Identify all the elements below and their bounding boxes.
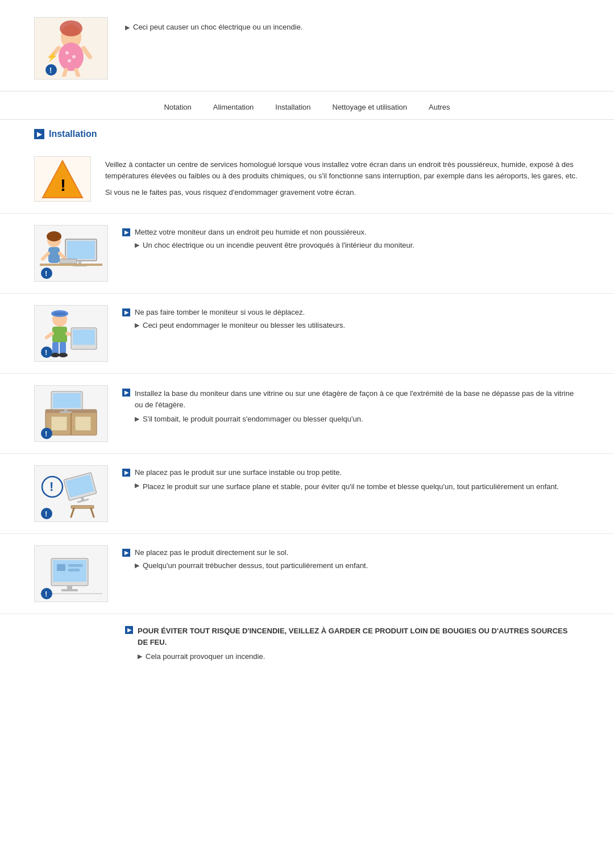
svg-point-4 — [72, 55, 76, 59]
svg-line-9 — [76, 70, 78, 77]
svg-line-8 — [64, 70, 66, 77]
top-text: Ceci peut causer un choc électrique ou u… — [133, 23, 302, 31]
row5-bullet: ▶ Ne placez pas le produit sur une surfa… — [122, 468, 580, 477]
svg-text:!: ! — [49, 66, 52, 74]
row2-main: Mettez votre moniteur dans un endroit pe… — [135, 228, 367, 236]
svg-rect-24 — [60, 259, 77, 264]
svg-rect-46 — [75, 416, 91, 431]
row5-bullet-icon: ▶ — [122, 469, 130, 477]
svg-rect-50 — [60, 411, 72, 413]
svg-point-1 — [60, 20, 82, 36]
svg-rect-21 — [48, 247, 60, 263]
row1-main: Veillez à contacter un centre de service… — [105, 159, 580, 181]
tab-alimentation[interactable]: Alimentation — [211, 102, 256, 112]
row4-bullet-icon: ▶ — [122, 389, 130, 397]
svg-rect-45 — [51, 416, 67, 431]
row1-sub: Si vous ne le faites pas, vous risquez d… — [105, 187, 580, 198]
content-row-6: ! ▶ Ne placez pas le produit directement… — [0, 534, 614, 614]
row5-main: Ne placez pas le produit sur une surface… — [135, 468, 342, 477]
svg-text:!: ! — [60, 176, 66, 194]
svg-rect-68 — [68, 569, 80, 571]
tab-nettoyage[interactable]: Nettoyage et utilisation — [330, 102, 410, 112]
svg-rect-70 — [61, 589, 78, 591]
nav-tabs: Notation Alimentation Installation Netto… — [0, 91, 614, 120]
row3-image: ! — [34, 305, 108, 362]
content-row-2: ! ▶ Mettez votre moniteur dans un endroi… — [0, 214, 614, 294]
svg-rect-36 — [52, 342, 59, 354]
svg-text:!: ! — [45, 590, 47, 598]
row1-image: ! — [34, 156, 91, 202]
svg-line-60 — [71, 508, 74, 517]
tab-notation[interactable]: Notation — [161, 102, 193, 112]
row6-main: Ne placez pas le produit directement sur… — [135, 548, 288, 557]
svg-line-23 — [60, 253, 65, 259]
row2-content: ▶ Mettez votre moniteur dans un endroit … — [122, 225, 580, 249]
row2-bullet: ▶ Mettez votre moniteur dans un endroit … — [122, 228, 580, 236]
sub-arrow-3: ▶ — [135, 322, 139, 329]
content-row-5: ! ! ▶ Ne placez pas le produit sur une s… — [0, 454, 614, 534]
row6-bullet: ▶ Ne placez pas le produit directement s… — [122, 548, 580, 557]
row3-sub-text: Ceci peut endommager le moniteur ou bles… — [143, 321, 345, 329]
content-row-4: ! ▶ Installez la base du moniteur dans u… — [0, 374, 614, 454]
svg-rect-66 — [57, 564, 65, 571]
row2-sub-text: Un choc électrique ou un incendie peuven… — [143, 241, 414, 249]
arrow-icon: ▶ — [125, 24, 130, 31]
svg-line-32 — [47, 333, 52, 337]
row1-content: Veillez à contacter un centre de service… — [105, 156, 580, 198]
svg-rect-16 — [67, 241, 95, 259]
svg-point-39 — [59, 353, 68, 357]
sub-arrow-6: ▶ — [135, 562, 139, 569]
row2-bullet-icon: ▶ — [122, 228, 130, 236]
section-icon: ▶ — [34, 129, 44, 139]
top-image: ⚡ ! — [34, 17, 108, 80]
row5-content: ▶ Ne placez pas le produit sur une surfa… — [122, 465, 580, 493]
top-bullet: ▶ Ceci peut causer un choc électrique ou… — [125, 23, 302, 31]
row6-image: ! — [34, 545, 108, 602]
row4-image: ! — [34, 385, 108, 442]
section-title: Installation — [49, 129, 97, 139]
content-row-1: ! Veillez à contacter un centre de servi… — [0, 145, 614, 214]
svg-point-20 — [47, 231, 61, 241]
row5-image: ! ! — [34, 465, 108, 522]
row6-sub-text: Quelqu'un pourrait trébucher dessus, tou… — [143, 561, 368, 570]
row6-content: ▶ Ne placez pas le produit directement s… — [122, 545, 580, 570]
row3-bullet: ▶ Ne pas faire tomber le moniteur si vou… — [122, 308, 580, 316]
svg-rect-35 — [73, 329, 95, 345]
row4-main: Installez la base du moniteur dans une v… — [135, 388, 580, 410]
svg-rect-37 — [60, 342, 66, 354]
sub-arrow-5: ▶ — [135, 482, 139, 489]
svg-text:!: ! — [49, 479, 53, 494]
row3-content: ▶ Ne pas faire tomber le moniteur si vou… — [122, 305, 580, 329]
svg-text:!: ! — [45, 510, 47, 518]
last-sub-text: Cela pourrait provoquer un incendie. — [146, 652, 265, 661]
svg-text:!: ! — [45, 269, 47, 278]
tab-installation[interactable]: Installation — [273, 102, 313, 112]
sub-arrow-2: ▶ — [135, 241, 139, 249]
row6-bullet-icon: ▶ — [122, 549, 130, 557]
svg-line-22 — [43, 253, 48, 259]
row4-sub-text: S'il tombait, le produit pourrait s'endo… — [143, 415, 363, 423]
row5-sub: ▶ Placez le produit sur une surface plan… — [135, 481, 580, 493]
row4-bullet: ▶ Installez la base du moniteur dans une… — [122, 388, 580, 410]
svg-rect-48 — [53, 393, 81, 408]
last-section: ▶ POUR ÉVITER TOUT RISQUE D'INCENDIE, VE… — [0, 614, 614, 672]
row6-sub: ▶ Quelqu'un pourrait trébucher dessus, t… — [135, 561, 580, 570]
section-header: ▶ Installation — [0, 120, 614, 145]
svg-line-61 — [91, 508, 94, 517]
row2-sub: ▶ Un choc électrique ou un incendie peuv… — [135, 241, 580, 249]
sub-arrow-4: ▶ — [135, 415, 139, 423]
last-sub: ▶ Cela pourrait provoquer un incendie. — [138, 652, 580, 661]
tab-autres[interactable]: Autres — [426, 102, 453, 112]
svg-line-7 — [84, 48, 90, 57]
svg-text:!: ! — [45, 429, 47, 438]
last-bullet-icon: ▶ — [125, 626, 133, 634]
svg-point-3 — [65, 51, 69, 55]
row3-sub: ▶ Ceci peut endommager le moniteur ou bl… — [135, 321, 580, 329]
last-bullet: ▶ POUR ÉVITER TOUT RISQUE D'INCENDIE, VE… — [125, 625, 580, 648]
svg-rect-67 — [68, 564, 82, 567]
content-row-3: ! ▶ Ne pas faire tomber le moniteur si v… — [0, 294, 614, 374]
row3-bullet-icon: ▶ — [122, 308, 130, 316]
row3-main: Ne pas faire tomber le moniteur si vous … — [135, 308, 305, 316]
svg-rect-30 — [54, 312, 65, 315]
sub-arrow-last: ▶ — [138, 653, 142, 660]
